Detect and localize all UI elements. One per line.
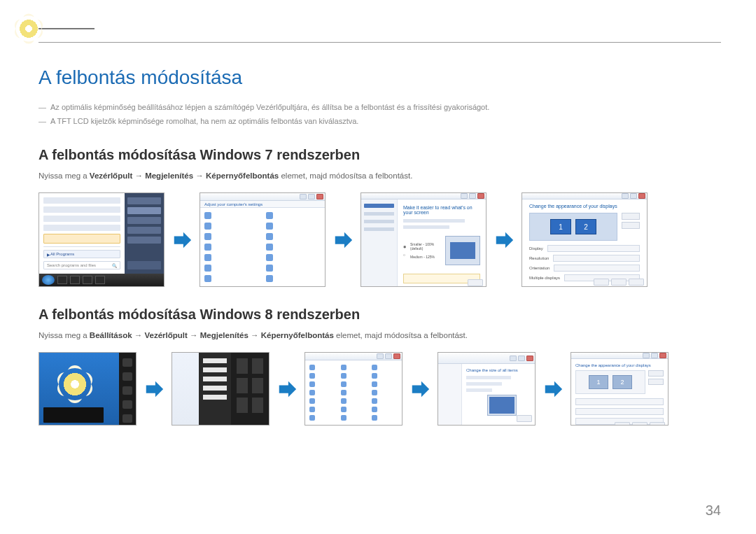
start-orb-icon (42, 275, 55, 285)
screenshot-display: Make it easier to read what's on your sc… (360, 192, 486, 287)
flow-win8: Change the size of all items Change the … (38, 352, 721, 426)
step-arrow-icon (144, 379, 164, 400)
window-subtitle: Adjust your computer's settings (200, 201, 325, 208)
note-1: ― Az optimális képminőség beállításához … (38, 101, 721, 114)
header-rule (38, 42, 721, 43)
note-dash: ― (38, 115, 46, 128)
note-dash: ― (38, 101, 46, 114)
instr-prefix: Nyissa meg a (38, 171, 90, 180)
step-arrow-icon (493, 230, 514, 251)
arrow-icon: → (190, 331, 198, 339)
section-heading-win7: A felbontás módosítása Windows 7 rendsze… (38, 147, 721, 163)
screenshot-desktop-charms (38, 352, 136, 426)
screenshot-resolution: Change the appearance of your displays 1… (522, 192, 648, 287)
path-segment: Beállítások (90, 331, 132, 339)
step-arrow-icon (332, 230, 354, 251)
note-text: Az optimális képminőség beállításához lé… (50, 101, 489, 114)
screenshot-control-panel: Adjust your computer's settings (200, 192, 326, 287)
instruction-win7: Nyissa meg a Vezérlőpult → Megjelenítés … (38, 171, 721, 180)
control-panel-grid (200, 208, 325, 286)
flow-win7: ▶ All Programs Search programs and files… (38, 192, 721, 287)
taskbar (39, 274, 164, 286)
section-heading-win8: A felbontás módosítása Windows 8 rendsze… (38, 307, 721, 323)
step-arrow-icon (542, 379, 564, 400)
screenshot-start-menu: ▶ All Programs Search programs and files… (38, 192, 164, 287)
step-arrow-icon (276, 379, 298, 400)
path-segment: Megjelenítés (200, 331, 248, 339)
path-segment: Képernyőfelbontás (206, 171, 279, 180)
flower-icon (59, 368, 91, 400)
start-menu-sidebar (125, 193, 164, 274)
note-2: ― A TFT LCD kijelzők képminősége romolha… (38, 115, 721, 128)
header-stub (38, 28, 94, 29)
path-segment: Megjelenítés (145, 171, 193, 180)
arrow-icon: → (134, 171, 143, 180)
start-menu-list: ▶ All Programs Search programs and files… (39, 193, 125, 274)
nav-sidebar (361, 199, 398, 287)
screenshot-resolution-8: Change the appearance of your displays 1… (570, 352, 668, 426)
page-number: 34 (706, 503, 721, 519)
instruction-win8: Nyissa meg a Beállítások → Vezérlőpult →… (38, 331, 721, 339)
path-segment: Vezérlőpult (145, 331, 188, 339)
all-programs: ▶ All Programs (43, 250, 120, 258)
search-box: Search programs and files🔍 (43, 261, 120, 269)
instr-suffix: elemet, majd módosítsa a felbontást. (336, 331, 468, 339)
screenshot-display-8: Change the size of all items (438, 352, 536, 426)
path-segment: Vezérlőpult (90, 171, 132, 180)
screenshot-control-panel-8 (304, 352, 402, 426)
note-text: A TFT LCD kijelzők képminősége romolhat,… (50, 115, 358, 128)
arrow-icon: → (251, 331, 259, 339)
monitor-preview-icon (445, 236, 480, 265)
monitor-preview-icon (487, 395, 517, 416)
instr-suffix: elemet, majd módosítsa a felbontást. (281, 171, 412, 180)
page-title: A felbontás módosítása (38, 66, 721, 89)
step-arrow-icon (172, 230, 192, 251)
step-arrow-icon (410, 379, 430, 400)
screenshot-settings-charm (172, 352, 270, 426)
arrow-icon: → (195, 171, 204, 180)
charms-bar (119, 353, 136, 426)
display-content: Make it easier to read what's on your sc… (398, 199, 486, 287)
path-segment: Képernyőfelbontás (261, 331, 334, 339)
arrow-icon: → (134, 331, 143, 339)
instr-prefix: Nyissa meg a (38, 331, 90, 339)
